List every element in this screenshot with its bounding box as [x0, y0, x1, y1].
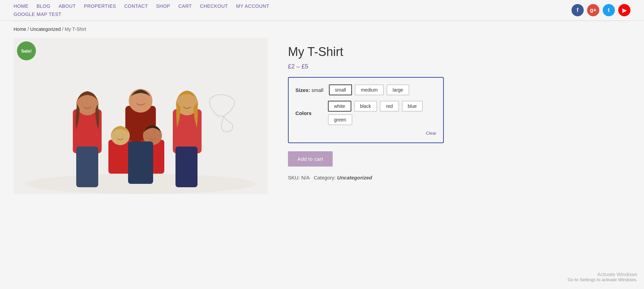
color-option-white[interactable]: white	[328, 101, 351, 112]
product-details: My T-Shirt £2 – £5 Sizes: small smallmed…	[288, 38, 630, 180]
svg-rect-13	[128, 141, 153, 184]
product-price: £2 – £5	[288, 63, 630, 70]
breadcrumb-home[interactable]: Home	[14, 26, 26, 32]
size-option-large[interactable]: large	[387, 84, 409, 95]
size-option-small[interactable]: small	[329, 84, 352, 95]
svg-point-9	[111, 126, 130, 145]
site-header: HOMEBLOGABOUTPROPERTIESCONTACTSHOPCARTCH…	[0, 0, 644, 21]
social-icons-area: fg+t▶	[572, 4, 630, 16]
breadcrumb-current: My T-Shirt	[65, 26, 86, 32]
nav-item-contact[interactable]: CONTACT	[124, 3, 148, 9]
product-image-svg	[14, 38, 268, 194]
colors-row: Colors whiteblackredbluegreen	[295, 101, 436, 125]
nav-item-about[interactable]: ABOUT	[59, 3, 76, 9]
sizes-row: Sizes: small smallmediumlarge	[295, 84, 436, 95]
twitter-icon[interactable]: t	[603, 4, 615, 16]
add-to-cart-button[interactable]: Add to cart	[288, 151, 333, 167]
sku-label: SKU:	[288, 175, 300, 180]
svg-rect-14	[175, 147, 198, 187]
nav-item-shop[interactable]: SHOP	[156, 3, 170, 9]
sku-value: N/A	[301, 175, 309, 180]
nav-item-properties[interactable]: PROPERTIES	[84, 3, 116, 9]
product-image-container: Sale!	[14, 38, 268, 194]
product-meta: SKU: N/A Category: Uncategorized	[288, 175, 630, 180]
colors-options: whiteblackredbluegreen	[328, 101, 436, 125]
sizes-label: Sizes: small	[295, 87, 324, 93]
nav-item-cart[interactable]: CART	[178, 3, 192, 9]
variation-box: Sizes: small smallmediumlarge Colors whi…	[288, 77, 444, 143]
nav-row-primary: HOMEBLOGABOUTPROPERTIESCONTACTSHOPCARTCH…	[14, 3, 269, 9]
colors-label: Colors	[295, 110, 323, 116]
facebook-icon[interactable]: f	[572, 4, 584, 16]
color-option-black[interactable]: black	[354, 101, 377, 112]
sizes-selected-value: small	[312, 87, 324, 93]
nav-row-secondary: GOOGLE MAP TEST	[14, 12, 269, 17]
color-option-red[interactable]: red	[380, 101, 399, 112]
breadcrumb: Home / Uncategorized / My T-Shirt	[0, 21, 644, 35]
product-area: Sale!	[0, 35, 644, 208]
nav-item-home[interactable]: HOME	[14, 3, 28, 9]
breadcrumb-uncategorized[interactable]: Uncategorized	[30, 26, 61, 32]
nav-item-googlemaptest[interactable]: GOOGLE MAP TEST	[14, 12, 62, 17]
category-label: Category:	[314, 175, 336, 180]
category-value: Uncategorized	[337, 175, 372, 180]
color-option-blue[interactable]: blue	[402, 101, 423, 112]
svg-rect-12	[76, 147, 98, 187]
color-option-green[interactable]: green	[328, 114, 352, 125]
google-plus-icon[interactable]: g+	[587, 4, 599, 16]
size-option-medium[interactable]: medium	[355, 84, 384, 95]
product-image-box	[14, 38, 268, 194]
clear-link[interactable]: Clear	[295, 131, 436, 136]
sale-badge: Sale!	[17, 41, 36, 60]
nav-item-blog[interactable]: BLOG	[37, 3, 50, 9]
sizes-options: smallmediumlarge	[329, 84, 410, 95]
nav-item-checkout[interactable]: CHECKOUT	[200, 3, 228, 9]
nav-area: HOMEBLOGABOUTPROPERTIESCONTACTSHOPCARTCH…	[14, 3, 269, 17]
nav-item-myaccount[interactable]: MY ACCOUNT	[236, 3, 269, 9]
youtube-icon[interactable]: ▶	[618, 4, 630, 16]
product-title: My T-Shirt	[288, 45, 630, 59]
